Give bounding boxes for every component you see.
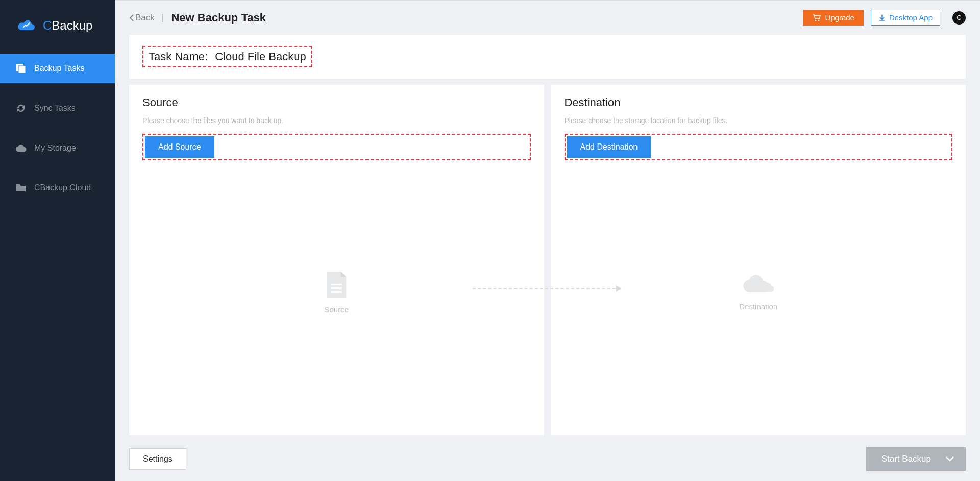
chevron-left-icon [129, 14, 134, 21]
cloud-icon [15, 142, 27, 154]
main: Back | New Backup Task Upgrade Desktop A… [115, 0, 980, 481]
back-label: Back [135, 13, 155, 23]
download-icon [878, 14, 886, 21]
destination-title: Destination [565, 96, 953, 109]
svg-point-3 [818, 19, 820, 21]
page-title: New Backup Task [171, 11, 265, 25]
sidebar: CBackup Backup Tasks Sync Tasks My Stora… [0, 0, 115, 481]
footer: Settings Start Backup [115, 440, 980, 481]
sidebar-item-label: My Storage [34, 143, 76, 153]
avatar-initial: C [957, 14, 961, 21]
cart-icon [813, 14, 821, 21]
svg-point-2 [815, 19, 817, 21]
add-source-highlight: Add Source [142, 134, 531, 160]
source-panel: Source Please choose the files you want … [129, 85, 544, 435]
task-name-card: Task Name: Cloud File Backup [129, 35, 966, 79]
settings-button[interactable]: Settings [129, 448, 186, 470]
desktop-label: Desktop App [889, 13, 933, 22]
svg-rect-1 [18, 66, 26, 73]
svg-rect-5 [331, 287, 342, 289]
clouds-icon [741, 274, 776, 296]
panels: Source Please choose the files you want … [129, 85, 966, 435]
destination-panel: Destination Please choose the storage lo… [551, 85, 966, 435]
content: Task Name: Cloud File Backup Source Plea… [115, 30, 980, 440]
chevron-down-icon [945, 456, 954, 462]
settings-label: Settings [143, 454, 173, 463]
separator: | [162, 12, 164, 23]
sidebar-item-sync-tasks[interactable]: Sync Tasks [0, 93, 115, 123]
sidebar-item-backup-tasks[interactable]: Backup Tasks [0, 54, 115, 83]
source-placeholder: Source [142, 160, 531, 424]
add-destination-highlight: Add Destination [565, 134, 953, 160]
add-destination-label: Add Destination [580, 142, 638, 151]
add-destination-button[interactable]: Add Destination [567, 136, 651, 158]
source-placeholder-label: Source [324, 305, 349, 314]
add-source-button[interactable]: Add Source [145, 136, 214, 158]
logo[interactable]: CBackup [0, 0, 115, 54]
logo-text: CBackup [43, 18, 92, 33]
svg-rect-6 [331, 291, 342, 293]
source-title: Source [142, 96, 531, 109]
folder-icon [15, 182, 27, 194]
sidebar-item-cbackup-cloud[interactable]: CBackup Cloud [0, 173, 115, 203]
back-link[interactable]: Back [129, 13, 155, 23]
sidebar-item-label: Sync Tasks [34, 104, 76, 113]
start-backup-button[interactable]: Start Backup [866, 447, 966, 471]
sync-icon [15, 103, 27, 114]
sidebar-item-label: CBackup Cloud [34, 183, 91, 193]
destination-placeholder: Destination [565, 160, 953, 424]
upgrade-label: Upgrade [825, 13, 854, 22]
topbar: Back | New Backup Task Upgrade Desktop A… [115, 1, 980, 30]
avatar[interactable]: C [952, 11, 966, 25]
destination-placeholder-label: Destination [739, 302, 777, 311]
sidebar-item-label: Backup Tasks [34, 64, 84, 73]
task-name-field[interactable]: Task Name: Cloud File Backup [142, 46, 312, 67]
desktop-app-button[interactable]: Desktop App [871, 10, 940, 26]
task-name-value: Cloud File Backup [215, 50, 306, 63]
stack-icon [15, 63, 27, 74]
svg-rect-4 [331, 284, 342, 285]
add-source-label: Add Source [158, 142, 201, 151]
upgrade-button[interactable]: Upgrade [803, 10, 864, 26]
sidebar-item-my-storage[interactable]: My Storage [0, 133, 115, 163]
start-backup-label: Start Backup [881, 454, 931, 464]
task-name-label: Task Name: [149, 50, 208, 63]
logo-cloud-icon [16, 18, 37, 33]
destination-hint: Please choose the storage location for b… [565, 116, 953, 125]
source-hint: Please choose the files you want to back… [142, 116, 531, 125]
file-icon [324, 271, 349, 299]
